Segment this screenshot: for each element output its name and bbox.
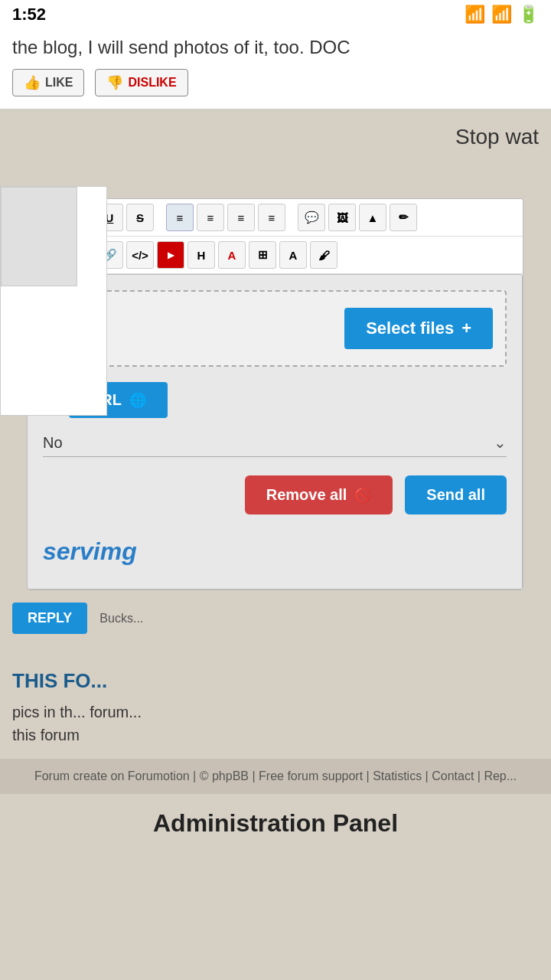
footer: Forum create on Forumotion | © phpBB | F… [0,759,551,794]
like-label: LIKE [45,76,73,90]
globe-icon: 🌐 [129,392,146,409]
forum-desc-line2: this forum [12,724,539,746]
stop-watching-area: Stop wat [0,109,551,186]
text-a-icon: A [289,249,298,262]
select-files-label: Select files [366,318,454,338]
reply-row: REPLY Bucks... [12,603,539,634]
heading-button[interactable]: H [187,241,215,269]
highlight-icon: ▲ [367,211,379,224]
no-icon: 🚫 [354,487,371,504]
wifi-icon: 📶 [465,5,485,24]
reply-label: REPLY [28,610,72,626]
thumbs-down-icon: 👎 [106,74,123,91]
avatar [1,187,77,286]
dropdown-label: No [43,434,63,452]
admin-panel: Administration Panel [0,794,551,853]
paint-icon: 🖌 [318,249,330,262]
code-icon: </> [132,249,148,262]
dislike-button[interactable]: 👎 DISLIKE [95,69,187,96]
align-left-button[interactable]: ≡ [166,204,194,231]
footer-text: Forum create on Forumotion | © phpBB | F… [34,769,517,782]
edit-icon: ✏ [399,211,409,224]
strikethrough-button[interactable]: S [126,204,154,231]
bucks-text: Bucks... [99,612,143,626]
edit-button[interactable]: ✏ [390,204,417,231]
dropdown-row[interactable]: No ⌄ [43,433,507,457]
drop-zone[interactable]: Select files + [43,290,507,367]
paint-button[interactable]: 🖌 [310,241,337,269]
remove-all-button[interactable]: Remove all 🚫 [245,475,393,514]
image-icon: 🖼 [337,211,348,224]
top-content: the blog, I will send photos of it, too.… [0,29,551,109]
select-files-button[interactable]: Select files + [344,308,493,349]
battery-icon: 🔋 [518,5,539,24]
url-row: or URL 🌐 [43,382,507,418]
send-all-label: Send all [426,486,485,503]
forum-info: THIS FO... pics in th... forum... this f… [0,657,551,759]
align-right-button[interactable]: ≡ [227,204,255,231]
like-dislike-row: 👍 LIKE 👎 DISLIKE [12,69,539,96]
send-all-button[interactable]: Send all [405,475,507,514]
youtube-icon: ▶ [168,250,174,260]
status-icons: 📶 📶 🔋 [465,5,539,24]
font-a-button[interactable]: A [218,241,246,269]
editor-section: B I U S ≡ ≡ ≡ ≡ 💬 🖼 ▲ ✏ 📷 🖼 🔗 </> [0,186,551,590]
forum-title: THIS FO... [12,669,539,693]
forum-description: pics in th... forum... this forum [12,701,539,746]
speech-icon: 💬 [305,211,319,224]
grid-icon: ⊞ [258,248,268,262]
highlight-button[interactable]: ▲ [359,204,386,231]
font-a-icon: A [228,249,236,262]
status-bar: 1:52 📶 📶 🔋 [0,0,551,29]
align-center-button[interactable]: ≡ [197,204,224,231]
speech-button[interactable]: 💬 [298,204,325,231]
bottom-bar: REPLY Bucks... [0,590,551,657]
remove-all-label: Remove all [266,486,347,504]
left-panel [0,186,107,416]
thumbs-up-icon: 👍 [24,74,41,91]
code-button[interactable]: </> [126,241,154,269]
reply-button[interactable]: REPLY [12,603,87,634]
like-button[interactable]: 👍 LIKE [12,69,84,96]
grid-button[interactable]: ⊞ [249,241,276,269]
blog-text: the blog, I will send photos of it, too.… [12,37,539,58]
youtube-button[interactable]: ▶ [157,241,184,269]
align-justify-button[interactable]: ≡ [258,204,285,231]
action-row: Remove all 🚫 Send all [43,475,507,514]
signal-icon: 📶 [491,5,512,24]
image-button[interactable]: 🖼 [328,204,356,231]
forum-desc-line1: pics in th... forum... [12,701,539,724]
dislike-label: DISLIKE [128,76,176,90]
time-display: 1:52 [12,5,46,24]
heading-icon: H [197,249,206,262]
chevron-down-icon: ⌄ [494,433,507,452]
text-a-button[interactable]: A [279,241,307,269]
admin-panel-title: Administration Panel [153,809,398,837]
stop-watching-text: Stop wat [455,125,539,149]
servimg-logo: servimg [43,537,507,566]
plus-icon: + [461,318,471,338]
